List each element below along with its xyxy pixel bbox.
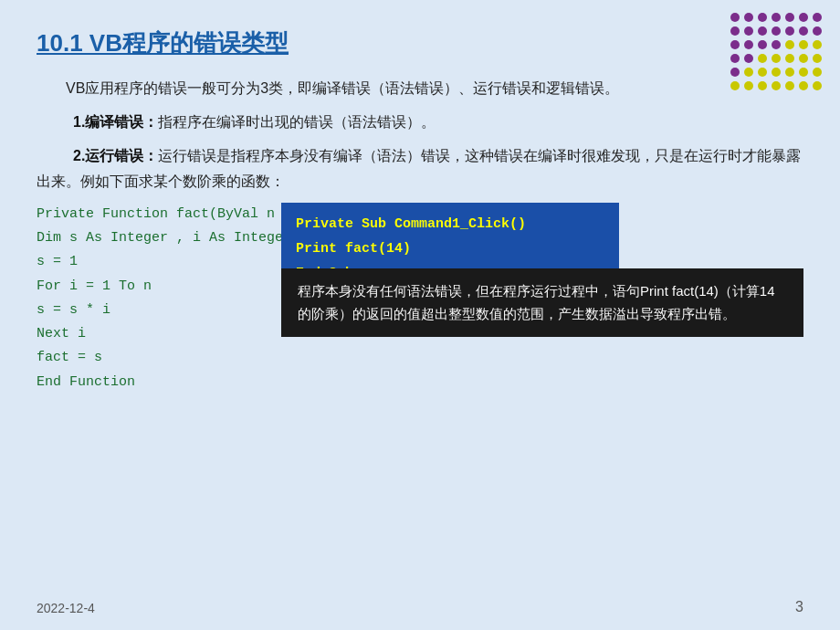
decoration-dot	[758, 81, 767, 90]
decoration-dot	[799, 26, 808, 36]
decoration-dot	[730, 26, 740, 36]
decoration-dot	[813, 54, 822, 63]
bottom-explanation-box: 程序本身没有任何语法错误，但在程序运行过程中，语句Print fact(14)（…	[281, 268, 803, 337]
decoration-dot	[799, 13, 808, 22]
decoration-dot	[758, 40, 767, 49]
decoration-dot	[785, 40, 794, 49]
decoration-dot	[813, 13, 822, 22]
decoration-dot	[813, 40, 822, 49]
decoration-dot	[772, 40, 781, 49]
footer-page: 3	[795, 599, 803, 615]
decoration-dot	[744, 68, 753, 77]
code-area: Private Function fact(ByVal n As Integer…	[37, 203, 803, 404]
decoration-dot	[785, 13, 794, 22]
decoration-dot	[730, 40, 740, 49]
blue-code-line: Private Sub Command1_Click()	[296, 212, 604, 236]
decoration-dot	[799, 40, 808, 49]
decoration-dot	[772, 26, 781, 36]
decoration-dot	[758, 13, 767, 22]
decoration-dot	[772, 68, 781, 77]
code-line: End Function	[37, 371, 464, 394]
decoration-dot	[813, 81, 822, 90]
decoration-dot	[730, 13, 740, 22]
decoration-dot	[799, 81, 808, 90]
item2-label: 2.运行错误：	[73, 148, 158, 163]
decoration-dot	[813, 68, 822, 77]
decoration-dot	[744, 54, 753, 63]
decoration-dot	[799, 54, 808, 63]
decoration-dot	[730, 54, 740, 63]
decoration-dot	[758, 26, 767, 36]
dot-decoration	[721, 13, 822, 95]
decoration-dot	[772, 13, 781, 22]
decoration-dot	[785, 26, 794, 36]
item1-label: 1.编译错误：	[73, 114, 158, 130]
decoration-dot	[799, 68, 808, 77]
blue-code-line: Print fact(14)	[296, 236, 604, 261]
decoration-dot	[813, 26, 822, 36]
intro-text-1: VB应用程序的错误一般可分为3类，即编译错误（语法错误）、运行错误和逻辑错误。	[66, 80, 619, 96]
footer-date: 2022-12-4	[37, 601, 95, 615]
slide-title: 10.1 VB程序的错误类型	[37, 27, 803, 59]
decoration-dot	[744, 26, 753, 36]
item1-block: 1.编译错误：指程序在编译时出现的错误（语法错误）。	[37, 110, 803, 134]
decoration-dot	[785, 54, 794, 63]
decoration-dot	[772, 81, 781, 90]
item2-block: 2.运行错误：运行错误是指程序本身没有编译（语法）错误，这种错误在编译时很难发现…	[37, 143, 803, 193]
decoration-dot	[744, 40, 753, 49]
slide: 10.1 VB程序的错误类型 VB应用程序的错误一般可分为3类，即编译错误（语法…	[0, 0, 840, 630]
decoration-dot	[785, 81, 794, 90]
decoration-dot	[785, 68, 794, 77]
decoration-dot	[730, 68, 740, 77]
item1-text: 指程序在编译时出现的错误（语法错误）。	[158, 114, 436, 130]
bottom-text: 程序本身没有任何语法错误，但在程序运行过程中，语句Print fact(14)（…	[298, 283, 775, 322]
decoration-dot	[744, 81, 753, 90]
decoration-dot	[758, 54, 767, 63]
code-line: fact = s	[37, 346, 464, 370]
decoration-dot	[758, 68, 767, 77]
intro-paragraph: VB应用程序的错误一般可分为3类，即编译错误（语法错误）、运行错误和逻辑错误。	[37, 76, 803, 100]
decoration-dot	[772, 54, 781, 63]
decoration-dot	[744, 13, 753, 22]
decoration-dot	[730, 81, 740, 90]
